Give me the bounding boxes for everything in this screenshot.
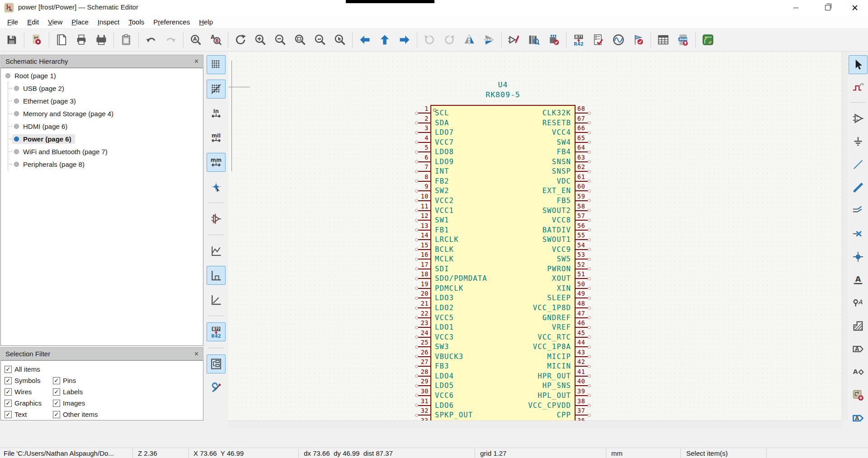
hv-wires-button[interactable] — [207, 266, 226, 285]
properties-panel-button[interactable] — [207, 379, 226, 398]
erc-button[interactable] — [589, 30, 609, 49]
checkbox-checked-icon[interactable]: ✓ — [5, 388, 12, 396]
wire-to-bus-entry-button[interactable] — [849, 201, 868, 220]
paste-button[interactable] — [116, 30, 136, 49]
checkbox-checked-icon[interactable]: ✓ — [53, 411, 60, 418]
symbol-editor-button[interactable] — [504, 30, 524, 49]
symbol-library-browser-button[interactable] — [524, 30, 544, 49]
hierarchy-item-power-page-6-[interactable]: Power (page 6) — [8, 132, 203, 145]
zoom-out-button[interactable] — [270, 30, 290, 49]
filter-all-items[interactable]: ✓All items — [5, 365, 40, 373]
hierarchy-item-peripherals-page-8-[interactable]: Peripherals (page 8) — [8, 158, 203, 170]
menu-view[interactable]: View — [43, 17, 67, 27]
select-tool-button[interactable] — [849, 55, 868, 74]
checkbox-checked-icon[interactable]: ✓ — [5, 377, 12, 384]
units-mils-button[interactable]: mil — [207, 128, 226, 147]
add-bus-button[interactable] — [849, 178, 868, 197]
grid-visibility-button[interactable] — [207, 55, 226, 74]
mirror-horizontal-button[interactable] — [479, 30, 499, 49]
highlight-net-button[interactable] — [849, 78, 868, 97]
filter-wires[interactable]: ✓Wires — [5, 388, 32, 396]
cursor-shape-button[interactable] — [207, 177, 226, 196]
add-symbol-button[interactable] — [849, 109, 868, 128]
bom-button[interactable]: .bom — [673, 30, 693, 49]
rule-area-button[interactable] — [849, 316, 868, 335]
schematic-setup-button[interactable] — [27, 30, 47, 49]
zoom-in-button[interactable] — [250, 30, 270, 49]
angle45-wires-button[interactable] — [207, 290, 226, 309]
net-label-button[interactable]: A — [849, 270, 868, 289]
checkbox-checked-icon[interactable]: ✓ — [53, 400, 60, 407]
hierarchy-item-root-page-1-[interactable]: Root (page 1) — [1, 69, 203, 82]
schematic-canvas[interactable]: U4RK809-51SCL2SDA3LDO74VCC75LDO86LDO97IN… — [228, 52, 842, 420]
hidden-pins-button[interactable] — [207, 209, 226, 228]
units-inches-button[interactable]: in — [207, 104, 226, 123]
add-power-button[interactable] — [849, 132, 868, 151]
hierarchy-item-ethernet-page-3-[interactable]: Ethernet (page 3) — [8, 94, 203, 107]
annotate-button[interactable]: R??R42 — [569, 30, 589, 49]
save-button[interactable] — [2, 30, 22, 49]
filter-graphics[interactable]: ✓Graphics — [5, 399, 42, 407]
rotate-cw-button[interactable] — [439, 30, 459, 49]
horizontal-scrollbar[interactable] — [228, 420, 842, 429]
hierarchy-item-memory-and-storage-page-4-[interactable]: Memory and Storage (page 4) — [8, 107, 203, 120]
sheet-pin-button[interactable]: A — [849, 409, 868, 428]
filter-pins[interactable]: ✓Pins — [53, 377, 76, 384]
restore-button[interactable] — [817, 0, 838, 15]
checkbox-checked-icon[interactable]: ✓ — [53, 388, 60, 396]
footprint-assign-button[interactable] — [544, 30, 564, 49]
page-settings-button[interactable] — [52, 30, 71, 49]
find-button[interactable]: A — [186, 30, 206, 49]
sim-probe-button[interactable] — [628, 30, 648, 49]
hierarchical-label-button[interactable]: A — [849, 363, 868, 382]
filter-labels[interactable]: ✓Labels — [53, 388, 83, 396]
menu-file[interactable]: File — [3, 17, 23, 27]
hierarchy-navigator-button[interactable] — [207, 354, 226, 373]
menu-edit[interactable]: Edit — [23, 17, 43, 27]
no-connect-flag-button[interactable] — [849, 224, 868, 243]
menu-place[interactable]: Place — [67, 17, 93, 27]
add-wire-button[interactable] — [849, 155, 868, 174]
symbol-fields-table-button[interactable] — [653, 30, 673, 49]
checkbox-checked-icon[interactable]: ✓ — [5, 366, 12, 373]
vertical-scrollbar[interactable] — [842, 52, 849, 420]
navigate-back-button[interactable] — [355, 30, 375, 49]
navigate-forward-button[interactable] — [395, 30, 415, 49]
selection-filter-close-icon[interactable]: × — [194, 350, 198, 358]
mirror-vertical-button[interactable] — [459, 30, 479, 49]
grid-override-button[interactable] — [207, 80, 226, 99]
simulator-button[interactable] — [609, 30, 628, 49]
global-label-button[interactable]: A — [849, 340, 868, 359]
menu-preferences[interactable]: Preferences — [149, 17, 194, 27]
hierarchy-item-wifi-and-bluetooth-page-7-[interactable]: WiFi and Bluetooth (page 7) — [8, 145, 203, 158]
navigate-up-button[interactable] — [375, 30, 395, 49]
menu-inspect[interactable]: Inspect — [93, 17, 124, 27]
find-replace-button[interactable]: AB — [206, 30, 226, 49]
refresh-button[interactable] — [231, 30, 250, 49]
filter-text[interactable]: ✓Text — [5, 411, 27, 418]
print-button[interactable] — [71, 30, 91, 49]
hierarchy-close-icon[interactable]: × — [194, 58, 198, 65]
close-button[interactable]: ✕ — [844, 0, 865, 15]
annotate-automatically-button[interactable]: R??R42 — [207, 322, 226, 341]
hierarchy-item-hdmi-page-6-[interactable]: HDMI (page 6) — [8, 120, 203, 132]
add-junction-button[interactable] — [849, 247, 868, 266]
filter-symbols[interactable]: ✓Symbols — [5, 377, 41, 384]
menu-help[interactable]: Help — [194, 17, 217, 27]
add-sheet-button[interactable] — [849, 386, 868, 405]
checkbox-checked-icon[interactable]: ✓ — [5, 411, 12, 418]
units-mm-button[interactable]: mm — [207, 153, 226, 172]
free-angle-wires-button[interactable] — [207, 241, 226, 260]
zoom-selection-button[interactable] — [330, 30, 350, 49]
menu-tools[interactable]: Tools — [124, 17, 149, 27]
checkbox-checked-icon[interactable]: ✓ — [53, 377, 60, 384]
pcb-editor-button[interactable] — [698, 30, 718, 49]
zoom-objects-button[interactable] — [310, 30, 330, 49]
filter-other-items[interactable]: ✓Other items — [53, 411, 98, 418]
undo-button[interactable] — [141, 30, 161, 49]
checkbox-checked-icon[interactable]: ✓ — [5, 400, 12, 407]
plot-button[interactable] — [91, 30, 111, 49]
zoom-fit-button[interactable] — [290, 30, 310, 49]
filter-images[interactable]: ✓Images — [53, 399, 85, 407]
netclass-directive-button[interactable]: A — [849, 293, 868, 312]
